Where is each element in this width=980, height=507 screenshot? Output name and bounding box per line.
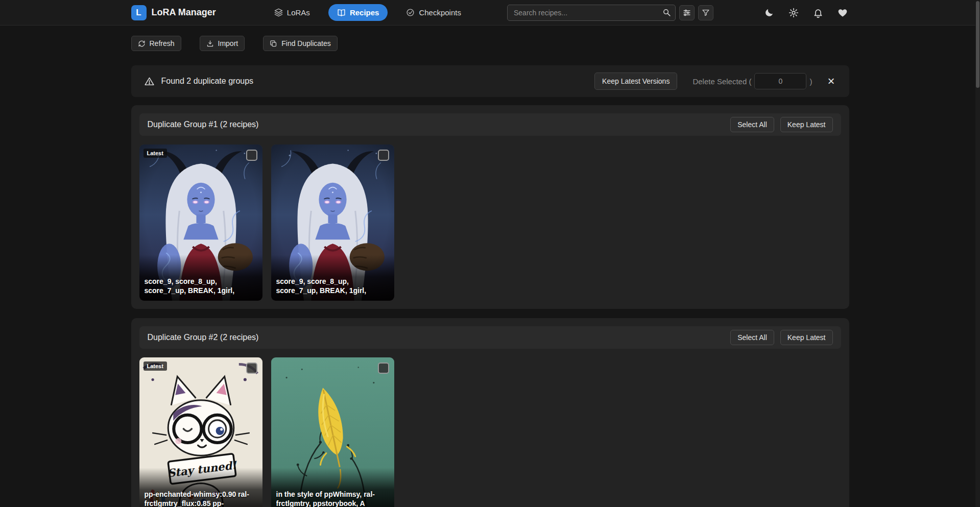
group-1-cards: Latest score_9, score_8_up, score_7_up, … <box>139 144 841 301</box>
card-checkbox[interactable] <box>378 150 389 161</box>
funnel-icon <box>702 9 710 17</box>
group-2-cards: Stay tuned! Latest pp-enchanted-whimsy:0… <box>139 357 841 507</box>
import-label: Import <box>218 39 238 47</box>
delete-selected-group: Delete Selected ( ) <box>692 73 812 89</box>
import-button[interactable]: Import <box>200 36 245 51</box>
search-group <box>507 5 713 21</box>
moon-icon <box>764 8 774 18</box>
tab-recipes[interactable]: Recipes <box>328 4 388 21</box>
find-duplicates-label: Find Duplicates <box>281 39 331 47</box>
delete-selected-suffix: ) <box>809 77 812 86</box>
brand: L LoRA Manager <box>131 5 216 20</box>
keep-latest-versions-button[interactable]: Keep Latest Versions <box>594 73 677 90</box>
latest-badge: Latest <box>144 361 167 371</box>
duplicates-banner: Found 2 duplicate groups Keep Latest Ver… <box>131 65 849 97</box>
refresh-label: Refresh <box>150 39 175 47</box>
recipes-toolbar: Refresh Import Find Duplicates <box>131 36 849 51</box>
options-button[interactable] <box>679 5 695 20</box>
group-1-select-all-button[interactable]: Select All <box>730 117 774 132</box>
card-caption-text: in the style of ppWhimsy, ral-frctlgmtry… <box>276 490 389 507</box>
group-2-title: Duplicate Group #2 (2 recipes) <box>148 333 259 342</box>
duplicates-icon <box>270 40 277 47</box>
app-logo-icon: L <box>131 5 147 20</box>
search-input[interactable] <box>507 5 676 21</box>
duplicate-group-2-panel: Duplicate Group #2 (2 recipes) Select Al… <box>131 318 849 507</box>
heart-icon <box>838 8 848 18</box>
refresh-button[interactable]: Refresh <box>131 36 181 51</box>
favorites-button[interactable] <box>836 6 849 19</box>
import-icon <box>206 40 214 47</box>
card-caption: in the style of ppWhimsy, ral-frctlgmtry… <box>271 468 394 507</box>
latest-badge: Latest <box>144 149 167 158</box>
close-icon: × <box>827 74 834 88</box>
tab-recipes-label: Recipes <box>350 8 379 17</box>
check-circle-icon <box>406 8 415 17</box>
duplicate-group-1-panel: Duplicate Group #1 (2 recipes) Select Al… <box>131 105 849 309</box>
recipe-card[interactable]: in the style of ppWhimsy, ral-frctlgmtry… <box>271 357 394 507</box>
group-1-header: Duplicate Group #1 (2 recipes) Select Al… <box>139 113 841 136</box>
tab-loras-label: LoRAs <box>287 8 310 17</box>
group-2-header: Duplicate Group #2 (2 recipes) Select Al… <box>139 326 841 349</box>
scrollbar-track[interactable] <box>975 0 980 507</box>
search-icon[interactable] <box>662 8 671 17</box>
bell-icon <box>813 8 823 18</box>
tab-loras[interactable]: LoRAs <box>273 5 311 20</box>
warning-icon <box>145 77 154 86</box>
sliders-icon <box>683 9 691 17</box>
card-caption-text: score_9, score_8_up, score_7_up, BREAK, … <box>276 277 389 295</box>
main-nav-tabs: LoRAs Recipes Checkpoints <box>273 4 462 21</box>
card-checkbox[interactable] <box>378 363 389 374</box>
settings-button[interactable] <box>787 6 800 19</box>
banner-message: Found 2 duplicate groups <box>161 77 254 86</box>
search-box <box>507 5 676 21</box>
recipe-card[interactable]: score_9, score_8_up, score_7_up, BREAK, … <box>271 144 394 301</box>
banner-close-button[interactable]: × <box>826 75 835 87</box>
card-checkbox[interactable] <box>246 150 257 161</box>
group-1-keep-latest-button[interactable]: Keep Latest <box>780 117 833 132</box>
recipe-card[interactable]: Latest score_9, score_8_up, score_7_up, … <box>139 144 262 301</box>
tab-checkpoints[interactable]: Checkpoints <box>405 5 462 20</box>
book-icon <box>337 8 346 17</box>
card-caption: pp-enchanted-whimsy:0.90 ral-frctlgmtry_… <box>139 468 262 507</box>
group-1-title: Duplicate Group #1 (2 recipes) <box>148 120 259 129</box>
card-caption-text: pp-enchanted-whimsy:0.90 ral-frctlgmtry_… <box>145 490 257 507</box>
filter-button[interactable] <box>698 5 713 20</box>
delete-count-input[interactable] <box>754 73 806 89</box>
group-2-keep-latest-button[interactable]: Keep Latest <box>780 330 833 345</box>
layers-icon <box>274 8 283 17</box>
card-caption: score_9, score_8_up, score_7_up, BREAK, … <box>271 255 394 301</box>
gear-icon <box>788 8 799 18</box>
delete-selected-prefix: Delete Selected ( <box>692 77 751 86</box>
navbar-actions <box>762 6 849 19</box>
find-duplicates-button[interactable]: Find Duplicates <box>263 36 338 51</box>
card-caption: score_9, score_8_up, score_7_up, BREAK, … <box>139 255 262 301</box>
group-2-select-all-button[interactable]: Select All <box>730 330 774 345</box>
refresh-icon <box>138 40 146 47</box>
tab-checkpoints-label: Checkpoints <box>419 8 461 17</box>
app-title: LoRA Manager <box>152 7 216 18</box>
recipe-card[interactable]: Stay tuned! Latest pp-enchanted-whimsy:0… <box>139 357 262 507</box>
card-checkbox[interactable] <box>246 363 257 374</box>
theme-toggle-button[interactable] <box>762 6 776 19</box>
scrollbar-thumb[interactable] <box>976 1 979 88</box>
notifications-button[interactable] <box>811 6 825 19</box>
navbar: L LoRA Manager LoRAs Recipes Checkpoi <box>0 0 980 26</box>
card-caption-text: score_9, score_8_up, score_7_up, BREAK, … <box>145 277 257 295</box>
